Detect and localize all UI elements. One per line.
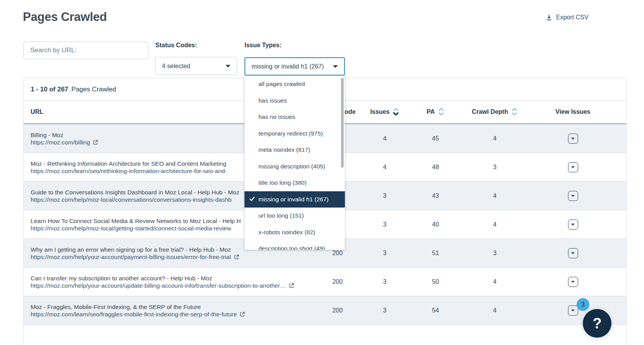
column-header-issues[interactable]: Issues [368,108,401,116]
page-title: Pages Crawled [23,10,107,24]
status-codes-select[interactable]: 4 selected [155,57,237,75]
issue-type-option-label: temporary redirect (975) [258,130,323,137]
view-issues-button[interactable] [568,134,578,144]
check-icon [249,196,255,203]
status-code-cell: 200 [307,250,368,257]
help-button[interactable]: ? [583,309,611,338]
issue-type-option[interactable]: x-robots noindex (82) [245,224,345,241]
crawl-depth-cell: 4 [470,135,520,142]
status-codes-value: 4 selected [162,63,190,70]
view-issues-button[interactable] [568,191,578,201]
issue-type-option[interactable]: has no issues [245,109,345,125]
status-code-cell: 200 [307,278,368,285]
column-header-crawl-depth-label: Crawl Depth [472,108,508,115]
pa-cell: 54 [401,307,470,314]
issues-cell: 4 [368,164,401,171]
status-codes-label: Status Codes: [155,42,197,49]
triangle-down-icon [571,281,575,283]
issue-type-option[interactable]: meta noindex (817) [245,142,345,158]
pa-cell: 48 [401,164,470,171]
chevron-down-icon [333,65,338,68]
page-url-link[interactable]: https://moz.com/learn/seo/rethinking-inf… [31,167,227,175]
issue-type-option[interactable]: has issues [245,93,345,109]
help-notification-badge: 3 [577,298,589,311]
column-header-pa-label: PA [427,108,435,115]
page-url-text: https://moz.com/help/your-account/update… [31,282,286,289]
pa-cell: 45 [401,135,470,142]
pa-cell: 51 [401,250,470,257]
issue-type-option-label: x-robots noindex (82) [258,229,315,236]
triangle-down-icon [571,137,575,140]
issue-type-option-label: missing or invalid h1 (267) [258,196,329,203]
issue-type-option[interactable]: missing or invalid h1 (267) [245,191,345,208]
sort-desc-icon [393,108,399,116]
url-cell: Can I transfer my subscription to anothe… [24,275,307,289]
issue-type-option-label: meta noindex (817) [258,146,310,153]
issue-type-option[interactable]: missing description (405) [245,158,345,175]
page-url-link[interactable]: https://moz.com/help/moz-local/conversat… [31,196,232,203]
view-issues-button[interactable] [568,220,578,230]
triangle-down-icon [571,166,575,168]
page-url-text: https://moz.com/help/moz-local/conversat… [31,196,232,203]
issue-types-select[interactable]: missing or invalid h1 (267) [245,57,345,76]
view-issues-button[interactable] [568,306,578,316]
sort-icon [511,108,518,116]
pa-cell: 40 [401,221,470,228]
page-title-text: Can I transfer my subscription to anothe… [31,275,307,282]
triangle-down-icon [571,309,575,312]
issue-type-option[interactable]: title too long (380) [245,175,345,191]
page-url-link[interactable]: https://moz.com/learn/seo/fraggles-mobil… [31,311,245,318]
issue-type-option-label: has no issues [258,113,295,120]
crawl-depth-cell: 4 [470,221,520,228]
external-link-icon [239,311,245,317]
export-csv-button[interactable]: Export CSV [546,14,589,21]
view-issues-button[interactable] [568,162,578,172]
pa-cell: 50 [401,278,470,285]
page-url-link[interactable]: https://moz.com/help/moz-local/getting-s… [31,225,231,232]
page-url-text: https://moz.com/learn/seo/fraggles-mobil… [31,311,237,318]
issues-cell: 3 [368,307,401,314]
crawl-depth-cell: 3 [470,250,520,257]
issues-cell: 3 [368,192,401,199]
column-header-crawl-depth[interactable]: Crawl Depth [470,108,520,116]
triangle-down-icon [571,195,575,197]
column-header-view-issues: View Issues [520,108,626,115]
results-count: 1 - 10 of 267 [31,86,68,93]
view-issues-button[interactable] [568,277,578,287]
issue-type-option[interactable]: description too short (49) [245,240,345,250]
dropdown-scrollbar-thumb[interactable] [341,78,344,168]
crawl-depth-cell: 4 [470,307,520,314]
issue-type-option-label: has issues [258,97,287,104]
download-icon [546,14,553,21]
column-header-pa[interactable]: PA [401,108,470,116]
sort-icon [438,108,444,116]
issue-type-option-label: missing description (405) [258,163,325,170]
external-link-icon [93,139,98,145]
page-url-link[interactable]: https://moz.com/billing [31,139,98,146]
issue-types-listbox: all pages crawled has issues has no issu… [245,76,345,250]
issue-types-label: Issue Types: [245,42,282,49]
page-url-text: https://moz.com/learn/seo/rethinking-inf… [31,167,227,175]
issue-type-option-label: description too short (49) [258,245,325,250]
issue-type-option-label: url too long (151) [258,212,304,219]
crawl-depth-cell: 4 [470,192,520,199]
issue-type-option[interactable]: all pages crawled [245,76,345,93]
issue-type-option[interactable]: temporary redirect (975) [245,125,345,142]
page-url-link[interactable]: https://moz.com/help/your-account/update… [31,282,294,289]
column-header-issues-label: Issues [370,108,390,115]
external-link-icon [289,283,294,288]
page-url-link[interactable]: https://moz.com/help/your-account/paymen… [31,253,239,261]
issue-type-option-label: all pages crawled [258,81,305,88]
issue-types-dropdown: all pages crawled has issues has no issu… [245,76,345,250]
page-url-text: https://moz.com/help/moz-local/getting-s… [31,225,231,232]
question-mark-icon: ? [592,315,601,332]
issues-cell: 3 [368,250,401,257]
pages-crawled-page: Pages Crawled Export CSV Status Codes: 4… [0,0,644,345]
page-title-text: Moz - Fraggles, Mobile-First Indexing, &… [31,303,307,311]
search-input[interactable] [23,41,148,59]
pa-cell: 43 [401,192,470,199]
view-issues-button[interactable] [568,248,578,258]
status-code-cell: 200 [307,307,368,314]
export-csv-label: Export CSV [556,14,589,21]
issue-type-option[interactable]: url too long (151) [245,208,345,224]
